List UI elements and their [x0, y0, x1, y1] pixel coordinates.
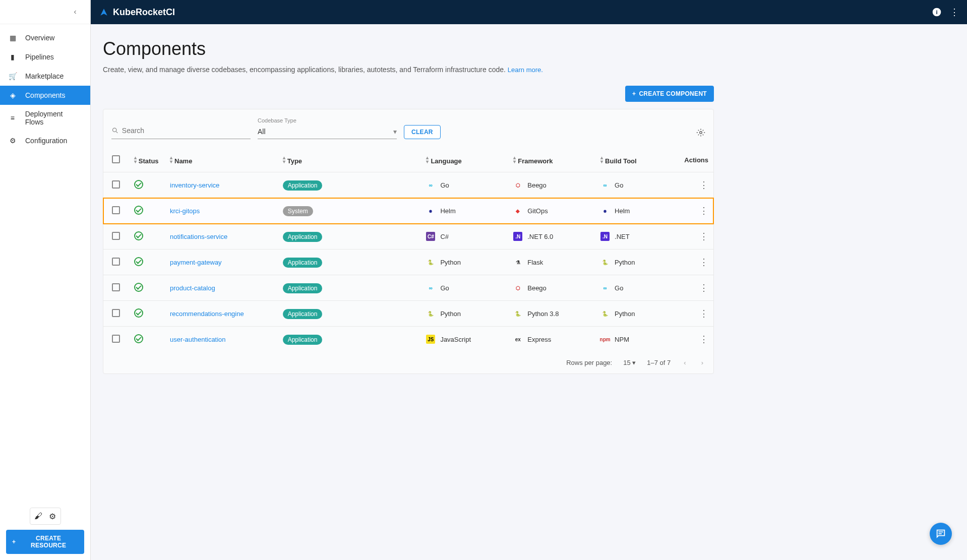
- status-ok-icon: [134, 257, 143, 266]
- language-label: C#: [440, 233, 449, 240]
- info-icon[interactable]: i: [932, 7, 942, 17]
- app-logo[interactable]: KubeRocketCI: [99, 7, 175, 18]
- row-actions-menu[interactable]: ⋮: [699, 206, 708, 216]
- sidebar: ▦Overview▮Pipelines🛒Marketplace◈Componen…: [0, 0, 91, 388]
- component-name-link[interactable]: inventory-service: [170, 181, 219, 189]
- type-badge: Application: [283, 180, 323, 191]
- sidebar-item-overview[interactable]: ▦Overview: [0, 28, 90, 47]
- table-row: user-authenticationApplicationJSJavaScri…: [103, 327, 713, 352]
- row-checkbox[interactable]: [112, 335, 120, 343]
- pagination-range: 1–7 of 7: [647, 359, 671, 366]
- component-name-link[interactable]: recommendations-engine: [170, 310, 244, 318]
- framework-label: Python 3.8: [527, 310, 559, 318]
- row-actions-menu[interactable]: ⋮: [699, 334, 708, 344]
- python-icon: 🐍: [600, 258, 610, 267]
- nav-label: Pipelines: [25, 53, 54, 61]
- table-row: recommendations-engineApplication🐍Python…: [103, 301, 713, 327]
- main-content: Components Create, view, and manage dive…: [91, 24, 726, 388]
- components-table: ▴▾Status ▴▾Name ▴▾Type ▴▾Language ▴▾Fram…: [103, 148, 713, 352]
- type-badge: Application: [283, 258, 323, 268]
- nav-icon: 🛒: [8, 72, 17, 81]
- header-type[interactable]: ▴▾Type: [278, 148, 421, 172]
- row-actions-menu[interactable]: ⋮: [699, 283, 708, 293]
- topbar: KubeRocketCI i ⋮: [0, 0, 967, 24]
- framework-label: Flask: [527, 259, 543, 266]
- table-row: krci-gitopsSystem⎈Helm◆GitOps⎈Helm⋮: [103, 198, 713, 224]
- row-checkbox[interactable]: [112, 180, 120, 189]
- header-buildtool[interactable]: ▴▾Build Tool: [595, 148, 678, 172]
- component-name-link[interactable]: krci-gitops: [170, 207, 200, 215]
- row-checkbox[interactable]: [112, 258, 120, 266]
- go-icon: ∞: [600, 180, 610, 190]
- row-actions-menu[interactable]: ⋮: [699, 257, 708, 267]
- prev-page-button[interactable]: ‹: [682, 357, 688, 368]
- python-icon: 🐍: [426, 258, 435, 267]
- row-actions-menu[interactable]: ⋮: [699, 231, 708, 241]
- header-language[interactable]: ▴▾Language: [421, 148, 508, 172]
- codebase-type-label: Codebase Type: [258, 117, 397, 123]
- framework-label: Beego: [527, 284, 547, 292]
- buildtool-label: Go: [615, 284, 623, 292]
- language-label: Go: [440, 181, 449, 189]
- row-checkbox[interactable]: [112, 206, 120, 214]
- clear-button[interactable]: CLEAR: [404, 125, 441, 139]
- language-label: Helm: [440, 207, 455, 215]
- rows-per-page-select[interactable]: 15 ▾: [623, 359, 636, 366]
- python-icon: 🐍: [600, 309, 610, 318]
- row-actions-menu[interactable]: ⋮: [699, 308, 708, 319]
- component-name-link[interactable]: notifications-service: [170, 233, 227, 240]
- create-component-button[interactable]: + CREATE COMPONENT: [625, 86, 714, 102]
- header-actions: Actions: [678, 148, 713, 172]
- next-page-button[interactable]: ›: [699, 357, 705, 368]
- table-settings-icon[interactable]: [696, 128, 705, 139]
- framework-label: GitOps: [527, 207, 548, 215]
- status-ok-icon: [134, 308, 143, 318]
- learn-more-link[interactable]: Learn more.: [508, 66, 543, 74]
- select-all-checkbox[interactable]: [112, 155, 120, 163]
- component-name-link[interactable]: product-catalog: [170, 284, 215, 292]
- status-ok-icon: [134, 180, 143, 189]
- nav-icon: ▮: [8, 52, 17, 61]
- header-status[interactable]: ▴▾Status: [129, 148, 165, 172]
- create-component-label: CREATE COMPONENT: [639, 90, 707, 97]
- header-framework[interactable]: ▴▾Framework: [508, 148, 595, 172]
- sidebar-item-marketplace[interactable]: 🛒Marketplace: [0, 67, 90, 86]
- header-name[interactable]: ▴▾Name: [165, 148, 278, 172]
- codebase-type-select[interactable]: All ▾: [258, 125, 397, 139]
- language-label: Python: [440, 310, 460, 318]
- status-ok-icon: [134, 283, 143, 292]
- rows-per-page-label: Rows per page:: [566, 359, 612, 366]
- c--icon: C#: [426, 232, 435, 241]
- page-title: Components: [103, 38, 714, 59]
- beego-icon: ⬡: [513, 283, 522, 292]
- sidebar-collapse-button[interactable]: [0, 0, 90, 24]
- nav-label: Deployment Flows: [25, 110, 82, 126]
- rocket-icon: [99, 7, 109, 17]
- component-name-link[interactable]: user-authentication: [170, 336, 226, 343]
- language-label: Go: [440, 284, 449, 292]
- row-checkbox[interactable]: [112, 283, 120, 291]
- topbar-menu-icon[interactable]: ⋮: [950, 7, 959, 18]
- search-input[interactable]: [122, 123, 251, 138]
- nav-icon: ⚙: [8, 136, 17, 145]
- row-checkbox[interactable]: [112, 232, 120, 240]
- table-row: inventory-serviceApplication∞Go⬡Beego∞Go…: [103, 172, 713, 198]
- language-label: Python: [440, 259, 460, 266]
- language-label: JavaScript: [440, 336, 471, 343]
- page-subtitle: Create, view, and manage diverse codebas…: [103, 66, 714, 74]
- row-actions-menu[interactable]: ⋮: [699, 180, 708, 190]
- status-ok-icon: [134, 334, 143, 343]
- sidebar-item-deployment-flows[interactable]: ≡Deployment Flows: [0, 105, 90, 131]
- pagination: Rows per page: 15 ▾ 1–7 of 7 ‹ ›: [103, 352, 713, 374]
- row-checkbox[interactable]: [112, 309, 120, 317]
- express-icon: ex: [513, 335, 522, 344]
- go-icon: ∞: [600, 283, 610, 292]
- sidebar-item-components[interactable]: ◈Components: [0, 86, 90, 105]
- type-badge: Application: [283, 232, 323, 242]
- go-icon: ∞: [426, 180, 435, 190]
- sidebar-item-configuration[interactable]: ⚙Configuration: [0, 131, 90, 150]
- component-name-link[interactable]: payment-gateway: [170, 259, 222, 266]
- type-badge: Application: [283, 283, 323, 293]
- javascript-icon: JS: [426, 335, 435, 344]
- sidebar-item-pipelines[interactable]: ▮Pipelines: [0, 47, 90, 67]
